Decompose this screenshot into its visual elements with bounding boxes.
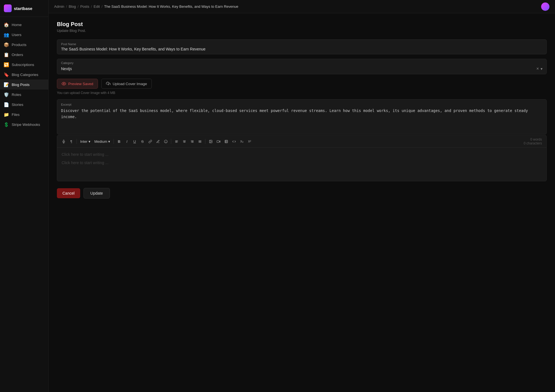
topbar: Admin / Blog / Posts / Edit / The SaaS B… <box>49 0 555 13</box>
svg-point-0 <box>63 83 64 84</box>
toolbar-align-right-button[interactable] <box>188 138 196 145</box>
toolbar-paragraph-button[interactable]: ¶ <box>68 138 75 145</box>
breadcrumb-admin[interactable]: Admin <box>54 4 64 9</box>
products-icon: 📦 <box>4 42 9 47</box>
sidebar-item-label: Orders <box>12 53 23 57</box>
toolbar-superscript-button[interactable]: X² <box>246 138 253 145</box>
category-value: Nextjs <box>61 67 535 71</box>
main-area: Admin / Blog / Posts / Edit / The SaaS B… <box>49 0 555 392</box>
blog-categories-icon: 🔖 <box>4 72 9 77</box>
sidebar-item-label: Blog Posts <box>12 83 30 87</box>
category-dropdown-arrow[interactable]: ▾ <box>541 67 543 71</box>
word-count-display: 0 words 0 characters <box>524 138 544 145</box>
sidebar-item-stripe-webhooks[interactable]: 💲 Stripe Webhooks <box>0 119 48 129</box>
toolbar-bold-button[interactable]: B <box>115 138 123 145</box>
toolbar-video-button[interactable] <box>215 138 222 145</box>
sidebar-item-blog-categories[interactable]: 🔖 Blog Categories <box>0 70 48 80</box>
page-title: Blog Post <box>57 21 547 27</box>
editor-placeholder-1: Click here to start writing ... <box>62 152 542 157</box>
breadcrumb: Admin / Blog / Posts / Edit / The SaaS B… <box>54 4 238 9</box>
category-group: Category Nextjs × ▾ <box>57 59 547 74</box>
toolbar-image-button[interactable] <box>207 138 214 145</box>
toolbar-align-justify-button[interactable] <box>196 138 203 145</box>
post-name-group: Post Name <box>57 39 547 54</box>
svg-rect-27 <box>225 140 228 143</box>
sidebar-item-stories[interactable]: 📄 Stories <box>0 100 48 110</box>
blog-posts-icon: 📝 <box>4 82 9 87</box>
toolbar-separator-4 <box>205 139 205 144</box>
breadcrumb-sep-3: / <box>91 4 92 9</box>
editor-content-area[interactable]: Click here to start writing ... Click he… <box>57 148 546 181</box>
subscriptions-icon: 🔁 <box>4 62 9 67</box>
toolbar-font-select[interactable]: Inter ▾ <box>79 139 92 144</box>
upload-cover-image-button[interactable]: Upload Cover Image <box>101 79 152 89</box>
breadcrumb-blog[interactable]: Blog <box>69 4 76 9</box>
action-buttons-row: Preview Saved Upload Cover Image <box>57 79 547 89</box>
sidebar-item-label: Roles <box>12 93 21 97</box>
svg-marker-25 <box>219 141 220 142</box>
toolbar-strikethrough-button[interactable]: S <box>139 138 146 145</box>
sidebar-nav: 🏠 Home 👥 Users 📦 Products 📋 Orders 🔁 Sub… <box>0 17 48 392</box>
cancel-button[interactable]: Cancel <box>57 188 80 198</box>
post-name-label: Post Name <box>61 42 543 46</box>
sidebar-item-label: Subscriptions <box>12 63 34 67</box>
sidebar-item-label: Users <box>12 33 21 37</box>
category-clear-button[interactable]: × <box>535 66 541 72</box>
sidebar-item-label: Stripe Webhooks <box>12 123 40 127</box>
breadcrumb-edit[interactable]: Edit <box>94 4 100 9</box>
toolbar-mic-button[interactable] <box>60 138 67 145</box>
toolbar-italic-button[interactable]: I <box>123 138 130 145</box>
toolbar-table-button[interactable] <box>223 138 230 145</box>
excerpt-group: Excerpt <box>57 99 547 134</box>
eye-icon <box>62 82 66 86</box>
sidebar: startbase 🏠 Home 👥 Users 📦 Products 📋 Or… <box>0 0 49 392</box>
sidebar-item-users[interactable]: 👥 Users <box>0 30 48 40</box>
sidebar-item-label: Products <box>12 43 26 47</box>
sidebar-item-blog-posts[interactable]: 📝 Blog Posts <box>0 80 48 90</box>
excerpt-label: Excerpt <box>61 103 543 106</box>
sidebar-item-products[interactable]: 📦 Products <box>0 40 48 50</box>
toolbar-separator-3 <box>171 139 171 144</box>
orders-icon: 📋 <box>4 52 9 57</box>
sidebar-item-files[interactable]: 📁 Files <box>0 110 48 119</box>
breadcrumb-sep-2: / <box>78 4 79 9</box>
toolbar-code-button[interactable] <box>230 138 238 145</box>
category-label: Category <box>61 61 543 65</box>
upload-cover-label: Upload Cover Image <box>113 82 147 86</box>
rich-text-editor: ¶ Inter ▾ Medium ▾ B I U S <box>57 135 547 181</box>
svg-point-24 <box>210 141 211 141</box>
toolbar-size-label: Medium <box>94 139 107 144</box>
preview-saved-button[interactable]: Preview Saved <box>57 79 98 89</box>
toolbar-align-left-button[interactable] <box>173 138 180 145</box>
sidebar-item-roles[interactable]: 🛡️ Roles <box>0 90 48 100</box>
sidebar-item-orders[interactable]: 📋 Orders <box>0 50 48 60</box>
words-count: 0 words <box>524 138 542 141</box>
upload-hint: You can upload Cover Image with 4 MB <box>57 91 547 95</box>
update-button[interactable]: Update <box>84 188 110 198</box>
upload-icon <box>106 82 110 86</box>
toolbar-size-arrow: ▾ <box>108 139 110 144</box>
stripe-webhooks-icon: 💲 <box>4 122 9 127</box>
toolbar-underline-button[interactable]: U <box>131 138 138 145</box>
logo-icon <box>4 4 12 12</box>
toolbar-link-button[interactable] <box>147 138 154 145</box>
chars-count: 0 characters <box>524 141 542 145</box>
sidebar-item-label: Files <box>12 113 20 117</box>
breadcrumb-posts[interactable]: Posts <box>80 4 89 9</box>
svg-point-4 <box>164 140 167 143</box>
svg-rect-26 <box>217 140 219 142</box>
user-avatar[interactable] <box>541 2 549 11</box>
sidebar-item-home[interactable]: 🏠 Home <box>0 20 48 30</box>
toolbar-align-center-button[interactable] <box>181 138 188 145</box>
toolbar-subscript-button[interactable]: X₂ <box>238 138 245 145</box>
toolbar-emoji-button[interactable] <box>162 138 169 145</box>
users-icon: 👥 <box>4 32 9 37</box>
breadcrumb-sep-1: / <box>66 4 67 9</box>
preview-saved-label: Preview Saved <box>68 82 93 86</box>
toolbar-size-select[interactable]: Medium ▾ <box>93 139 112 144</box>
editor-toolbar: ¶ Inter ▾ Medium ▾ B I U S <box>57 135 546 148</box>
sidebar-item-subscriptions[interactable]: 🔁 Subscriptions <box>0 60 48 70</box>
post-name-input[interactable] <box>61 47 543 51</box>
toolbar-highlight-button[interactable] <box>154 138 162 145</box>
excerpt-input[interactable] <box>61 108 543 130</box>
